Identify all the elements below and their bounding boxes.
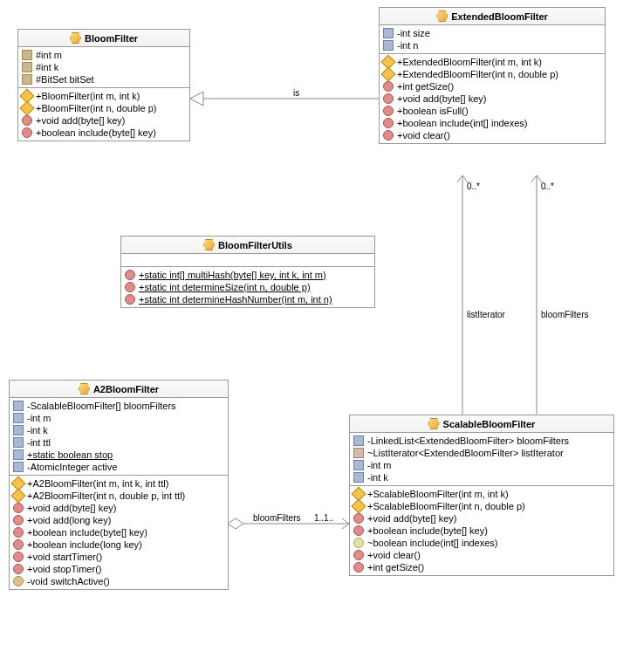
- method: +int getSize(): [353, 561, 610, 573]
- class-icon: [70, 32, 81, 44]
- method: +int getSize(): [383, 80, 601, 93]
- field-icon: [13, 437, 24, 448]
- methods-section: +static int[] multiHash(byte[] key, int …: [121, 267, 374, 307]
- method-icon: [13, 576, 24, 586]
- multiplicity-listiterator: 0..*: [467, 182, 480, 191]
- field: -ScalableBloomFilter[] bloomFilters: [13, 400, 224, 412]
- method: +boolean include(byte[] key): [353, 525, 610, 537]
- method: ~boolean include(int[] indexes): [353, 537, 610, 549]
- multiplicity-bloomfilters: 0..*: [541, 182, 554, 191]
- method: +boolean include(byte[] key): [13, 526, 224, 538]
- field-icon: [22, 62, 32, 72]
- field-icon: [353, 448, 364, 458]
- method-icon: [383, 118, 394, 128]
- field-icon: [383, 28, 394, 38]
- class-title: BloomFilter: [18, 30, 189, 47]
- field-icon: [13, 449, 24, 460]
- method: +void clear(): [353, 549, 610, 561]
- class-scalablebloomfilter[interactable]: ScalableBloomFilter -LinkedList<Extended…: [349, 415, 614, 576]
- methods-section: +ExtendedBloomFilter(int m, int k) +Exte…: [380, 54, 605, 143]
- fields-section: #int m #int k #BitSet bitSet: [18, 47, 189, 88]
- field-icon: [22, 50, 32, 60]
- method: +void clear(): [383, 129, 601, 141]
- class-name: BloomFilterUtils: [218, 240, 292, 250]
- method: +ScalableBloomFilter(int m, int k): [353, 488, 610, 500]
- method: +static int[] multiHash(byte[] key, int …: [125, 269, 371, 281]
- method: +ScalableBloomFilter(int n, double p): [353, 500, 610, 512]
- method-icon: [22, 115, 32, 126]
- method-icon: [125, 294, 135, 305]
- class-extendedbloomfilter[interactable]: ExtendedBloomFilter -int size -int n +Ex…: [379, 7, 606, 144]
- field: -int k: [353, 471, 610, 483]
- relation-label-is: is: [293, 88, 299, 98]
- field-icon: [13, 425, 24, 435]
- field: +static boolean stop: [13, 449, 224, 461]
- method-icon: [125, 270, 135, 280]
- constructor-icon: [381, 67, 396, 82]
- field-icon: [13, 401, 24, 411]
- method: +A2BloomFilter(int n, double p, int ttl): [13, 490, 224, 502]
- class-icon: [436, 10, 448, 22]
- multiplicity-bloomfilters-h: 1..1..: [314, 513, 336, 523]
- fields-section: -LinkedList<ExtendedBloomFilter> bloomFi…: [350, 433, 613, 486]
- method-icon: [383, 106, 394, 116]
- relation-label-listiterator: listIterator: [467, 310, 505, 319]
- class-name: ScalableBloomFilter: [443, 419, 536, 429]
- method: +void add(byte[] key): [353, 512, 610, 525]
- field: #int m: [22, 49, 186, 61]
- field-icon: [13, 413, 24, 423]
- method-icon: [353, 538, 364, 548]
- class-a2bloomfilter[interactable]: A2BloomFilter -ScalableBloomFilter[] blo…: [9, 380, 229, 590]
- class-icon: [79, 383, 90, 394]
- method-icon: [13, 564, 24, 574]
- field: -LinkedList<ExtendedBloomFilter> bloomFi…: [353, 435, 610, 447]
- class-bloomfilterutils[interactable]: BloomFilterUtils +static int[] multiHash…: [120, 236, 375, 308]
- class-name: A2BloomFilter: [93, 384, 159, 394]
- method: +void add(byte[] key): [13, 502, 224, 514]
- field-icon: [383, 40, 394, 51]
- method: +void add(byte[] key): [22, 114, 186, 127]
- method-icon: [125, 282, 135, 292]
- methods-section: +A2BloomFilter(int m, int k, int ttl) +A…: [10, 476, 228, 589]
- fields-section: -int size -int n: [380, 25, 605, 54]
- relation-label-bloomfilters-h: bloomFilters: [253, 513, 300, 523]
- constructor-icon: [20, 101, 35, 116]
- method: +ExtendedBloomFilter(int m, int k): [383, 56, 601, 68]
- field: -int n: [383, 39, 601, 51]
- class-title: ExtendedBloomFilter: [380, 8, 605, 25]
- method: +void add(byte[] key): [383, 93, 601, 105]
- method: +boolean include(long key): [13, 538, 224, 551]
- svg-marker-2: [190, 92, 203, 106]
- method: +BloomFilter(int m, int k): [22, 90, 186, 102]
- field: #BitSet bitSet: [22, 73, 186, 86]
- class-title: ScalableBloomFilter: [350, 415, 613, 433]
- class-icon: [428, 418, 440, 429]
- method-icon: [13, 503, 24, 513]
- class-name: BloomFilter: [85, 33, 138, 44]
- method: +void stopTimer(): [13, 563, 224, 575]
- field-icon: [353, 472, 364, 483]
- method: +static int determineSize(int n, double …: [125, 281, 371, 293]
- field: -int ttl: [13, 436, 224, 449]
- fields-section: -ScalableBloomFilter[] bloomFilters -int…: [10, 398, 228, 476]
- constructor-icon: [352, 499, 366, 514]
- field: -int m: [353, 459, 610, 471]
- field-icon: [13, 462, 24, 472]
- svg-marker-6: [228, 518, 243, 529]
- constructor-icon: [11, 489, 26, 504]
- field-icon: [353, 435, 364, 446]
- method: +A2BloomFilter(int m, int k, int ttl): [13, 477, 224, 490]
- method: +BloomFilter(int n, double p): [22, 102, 186, 114]
- method: -void switchActive(): [13, 575, 224, 587]
- method: +void startTimer(): [13, 551, 224, 563]
- class-icon: [203, 239, 215, 250]
- method-icon: [353, 513, 364, 524]
- field: -AtomicInteger active: [13, 461, 224, 473]
- method: +static int determineHashNumber(int m, i…: [125, 293, 371, 305]
- class-bloomfilter[interactable]: BloomFilter #int m #int k #BitSet bitSet…: [17, 29, 190, 141]
- method-icon: [353, 525, 364, 536]
- field: -int m: [13, 412, 224, 424]
- field: -int k: [13, 424, 224, 436]
- method: +ExtendedBloomFilter(int n, double p): [383, 68, 601, 80]
- method-icon: [13, 552, 24, 562]
